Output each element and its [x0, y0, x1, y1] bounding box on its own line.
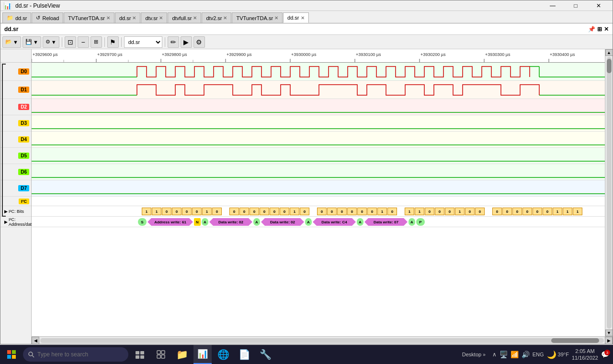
window-title: dd.sr - PulseView — [15, 2, 60, 9]
options-btn[interactable]: ⚙ ▼ — [43, 36, 59, 48]
tab-close-dtv2[interactable]: ✕ — [223, 15, 227, 21]
tab-close-dtv[interactable]: ✕ — [159, 15, 163, 21]
run-btn[interactable]: ▶ — [181, 36, 192, 48]
svg-point-37 — [29, 352, 33, 356]
waveform-d2 — [32, 99, 605, 115]
svg-text:+3930400 µs: +3930400 µs — [550, 52, 575, 57]
reload-button[interactable]: ↺ Reload — [32, 12, 63, 23]
tab-dtv[interactable]: dtv.sr ✕ — [141, 12, 167, 23]
tab-dd-sr-2[interactable]: dd.sr ✕ — [115, 12, 140, 23]
svg-text:+3930300 µs: +3930300 µs — [485, 52, 511, 57]
file-explorer-button[interactable]: 📁 — [172, 345, 192, 364]
svg-text:+3930100 µs: +3930100 µs — [356, 52, 381, 57]
time-display: 2:05 AM — [575, 348, 594, 354]
vscroll-down-arrow[interactable]: ▼ — [605, 330, 613, 336]
tab-tvtunertda[interactable]: TVTunerTDA.sr ✕ — [64, 12, 114, 23]
adobe-button[interactable]: 📄 — [235, 345, 254, 364]
tab-close-tvtunertda2[interactable]: ✕ — [274, 15, 278, 21]
pulseview-taskbar-btn[interactable]: 📊 — [193, 345, 212, 364]
hscroll-left-arrow[interactable]: ◀ — [32, 337, 39, 344]
tab-close-dtvfull[interactable]: ✕ — [193, 15, 197, 21]
svg-text:+3929800 µs: +3929800 µs — [162, 52, 187, 57]
svg-rect-33 — [7, 350, 11, 354]
notifications-button[interactable]: 💬 3 — [601, 351, 609, 358]
close-panel-icon[interactable]: ✕ — [604, 26, 609, 33]
pin-icon[interactable]: 📌 — [588, 26, 595, 33]
tab-close-active[interactable]: ✕ — [301, 15, 305, 21]
svg-text:+3929900 µs: +3929900 µs — [227, 52, 252, 57]
svg-rect-40 — [140, 351, 144, 354]
desktop-button[interactable]: Desktop » — [458, 352, 489, 357]
waveform-d6 — [32, 164, 605, 180]
waveform-d5 — [32, 148, 605, 164]
maximize-button[interactable]: □ — [565, 0, 587, 11]
hscroll-right-arrow[interactable]: ▶ — [605, 337, 613, 344]
svg-rect-46 — [161, 355, 165, 358]
widgets-button[interactable] — [151, 345, 170, 364]
waveform-d1 — [32, 81, 605, 99]
tab-dtv2[interactable]: dtv2.sr ✕ — [202, 12, 231, 23]
expand-icon[interactable]: ⊞ — [597, 26, 602, 33]
waveform-d3 — [32, 115, 605, 132]
svg-rect-42 — [140, 355, 144, 359]
probe-btn[interactable]: ✏ — [168, 36, 179, 48]
file-title: dd.sr — [4, 26, 18, 33]
tab-dd-sr-active[interactable]: dd.sr ✕ — [283, 12, 308, 23]
close-button[interactable]: ✕ — [588, 0, 610, 11]
tab-close-dd2[interactable]: ✕ — [132, 15, 136, 21]
windows-start-button[interactable] — [2, 345, 21, 364]
save-btn[interactable]: 💾 ▼ — [23, 36, 41, 48]
clock[interactable]: 2:05 AM 11/16/2022 — [572, 348, 598, 362]
svg-rect-36 — [12, 355, 16, 359]
svg-text:+3929700 µs: +3929700 µs — [97, 52, 123, 57]
tray-expand-btn[interactable]: ∧ — [492, 351, 497, 358]
waveform-i2c-addr: S Address write: 61 N A Data write: 02 A — [32, 217, 605, 227]
horizontal-scrollbar[interactable]: ◀ ▶ — [32, 336, 613, 344]
search-input[interactable] — [37, 351, 119, 358]
waveform-i2c-spacer — [32, 197, 605, 206]
search-icon — [28, 351, 34, 358]
tab-dtvfull[interactable]: dtvfull.sr ✕ — [168, 12, 201, 23]
ruler: +3929600 µs +3929700 µs +3929800 µs +392… — [32, 49, 605, 63]
waveform-i2c-bits: 1 1 0 0 0 0 1 0 — [32, 206, 605, 217]
vscroll-up-arrow[interactable]: ▲ — [605, 49, 613, 56]
weather-icon: 🌙 — [547, 350, 556, 359]
language-indicator[interactable]: ENG — [533, 352, 544, 357]
search-bar[interactable] — [23, 347, 128, 362]
app-icon: 📊 — [3, 2, 11, 10]
svg-rect-44 — [161, 351, 165, 354]
chrome-button[interactable]: 🌐 — [214, 345, 233, 364]
tray-icon-1[interactable]: 🖥️ — [499, 351, 508, 358]
vertical-scrollbar[interactable]: ▲ ▼ — [605, 49, 613, 336]
tab-dd-sr-1[interactable]: 📁 dd.sr — [2, 12, 31, 23]
minimize-button[interactable]: — — [542, 0, 564, 11]
cursors-btn[interactable]: ⚑ — [107, 36, 119, 48]
settings-btn[interactable]: ⚙ — [193, 36, 205, 48]
date-display: 11/16/2022 — [572, 354, 598, 361]
waveform-d4 — [32, 132, 605, 148]
extra-app-button[interactable]: 🔧 — [256, 345, 275, 364]
save-icon: 💾 — [25, 39, 32, 45]
zoom-select-btn[interactable]: ⊞ — [91, 36, 102, 48]
options-icon: ⚙ — [45, 39, 50, 45]
svg-rect-39 — [136, 351, 139, 354]
waveform-d0 — [32, 63, 605, 81]
temperature: 39°F — [558, 352, 569, 357]
tab-close-tvtunertda[interactable]: ✕ — [106, 15, 110, 21]
svg-rect-43 — [157, 351, 160, 354]
svg-text:+3929600 µs: +3929600 µs — [33, 52, 58, 57]
svg-rect-45 — [157, 355, 160, 358]
svg-rect-35 — [7, 355, 11, 359]
waveform-d7 — [32, 180, 605, 197]
tab-tvtunertda2[interactable]: TVTunerTDA.sr ✕ — [232, 12, 283, 23]
folder-icon: 📂 — [5, 39, 12, 45]
file-select[interactable]: dd.sr — [124, 36, 162, 48]
weather-widget[interactable]: 🌙 39°F — [547, 350, 569, 359]
taskview-button[interactable] — [130, 345, 149, 364]
svg-rect-41 — [136, 355, 139, 359]
zoom-fit-btn[interactable]: ⊡ — [65, 36, 76, 48]
zoom-out-btn[interactable]: − — [78, 36, 89, 48]
network-icon[interactable]: 📶 — [511, 351, 519, 358]
volume-icon[interactable]: 🔊 — [522, 351, 530, 358]
open-file-btn[interactable]: 📂 ▼ — [2, 36, 21, 48]
